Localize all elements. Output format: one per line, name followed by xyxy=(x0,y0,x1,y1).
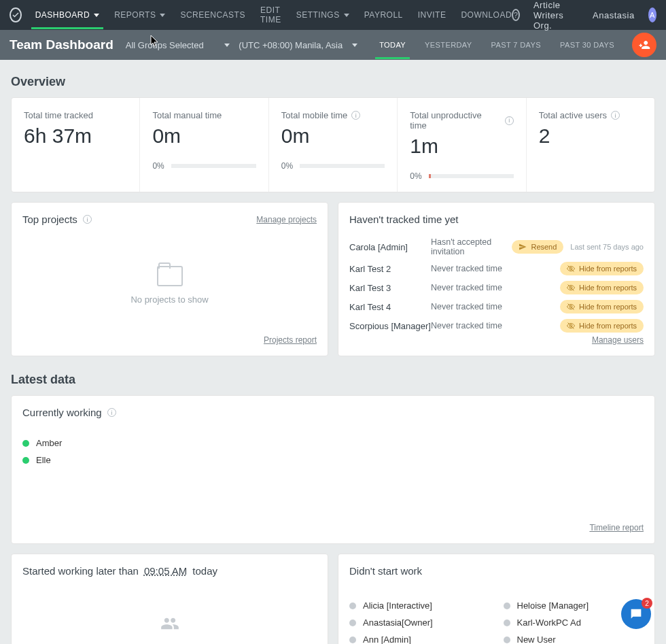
started-later-card: Started working later than 09:05 AM toda… xyxy=(11,554,328,644)
subbar: Team Dashboard All Groups Selected (UTC … xyxy=(0,30,666,60)
top-projects-title: Top projects xyxy=(22,214,77,225)
nav-download[interactable]: DOWNLOAD xyxy=(461,1,512,29)
nav-reports[interactable]: REPORTS xyxy=(114,1,165,29)
chevron-down-icon xyxy=(160,14,165,17)
hide-from-reports-button[interactable]: Hide from reports xyxy=(560,300,644,313)
stat-tracked: Total time tracked 6h 37m xyxy=(12,98,140,192)
nt-name: Scorpious [Manager] xyxy=(349,321,431,331)
timezone-label: (UTC +08:00) Manila, Asia xyxy=(239,40,343,50)
stat-manual-label: Total manual time xyxy=(152,110,256,120)
status-dot-icon xyxy=(349,620,356,626)
eye-off-icon xyxy=(567,322,575,330)
range-past7[interactable]: PAST 7 DAYS xyxy=(487,31,545,59)
didnt-start-user: New User xyxy=(504,631,644,644)
avatar[interactable]: A xyxy=(648,7,656,22)
chat-button[interactable]: 2 xyxy=(621,599,651,629)
nav-settings[interactable]: SETTINGS xyxy=(296,1,349,29)
not-tracked-row: Carola [Admin]Hasn't accepted invitation… xyxy=(349,235,644,259)
hide-from-reports-button[interactable]: Hide from reports xyxy=(560,319,644,333)
stats-row: Total time tracked 6h 37m Total manual t… xyxy=(11,97,655,192)
info-icon[interactable]: i xyxy=(107,408,116,417)
info-icon[interactable]: i xyxy=(351,111,360,120)
add-user-button[interactable] xyxy=(632,33,656,57)
info-icon[interactable]: i xyxy=(83,215,92,224)
stat-manual: Total manual time 0m 0% xyxy=(140,98,268,192)
not-tracked-card: Haven't tracked time yet Carola [Admin]H… xyxy=(338,202,655,356)
nav-edit-time[interactable]: EDIT TIME xyxy=(260,0,281,34)
stat-unproductive: Total unproductive timei 1m 0% xyxy=(398,98,526,192)
pill-label: Hide from reports xyxy=(579,322,637,330)
info-icon[interactable]: i xyxy=(611,111,620,120)
people-icon xyxy=(158,614,182,636)
chevron-down-icon xyxy=(352,44,357,47)
chevron-down-icon xyxy=(224,44,230,47)
top-projects-card: Top projectsi Manage projects No project… xyxy=(11,202,328,356)
pill-label: Hide from reports xyxy=(579,265,637,273)
nav-dashboard-label: DASHBOARD xyxy=(35,10,90,20)
manage-users-link[interactable]: Manage users xyxy=(592,335,644,345)
hide-from-reports-button[interactable]: Hide from reports xyxy=(560,281,644,294)
range-yesterday-label: YESTERDAY xyxy=(425,41,472,49)
help-icon[interactable]: ? xyxy=(512,9,520,21)
manage-projects-link[interactable]: Manage projects xyxy=(256,215,317,224)
currently-working-card: Currently workingi AmberElle Timeline re… xyxy=(11,395,655,544)
nav-reports-label: REPORTS xyxy=(114,10,156,20)
projects-report-link[interactable]: Projects report xyxy=(264,335,317,345)
top-nav: DASHBOARD REPORTS SCREENCASTS EDIT TIME … xyxy=(35,0,512,34)
status-dot-icon xyxy=(504,603,510,609)
range-past30[interactable]: PAST 30 DAYS xyxy=(556,31,618,59)
stat-active: Total active usersi 2 xyxy=(527,98,654,192)
didnt-start-user: Ann [Admin] xyxy=(349,631,490,644)
nav-screencasts[interactable]: SCREENCASTS xyxy=(180,1,245,29)
stat-mobile-value: 0m xyxy=(281,124,385,148)
topbar: DASHBOARD REPORTS SCREENCASTS EDIT TIME … xyxy=(0,0,666,30)
stat-tracked-label: Total time tracked xyxy=(24,110,127,120)
status-dot-icon xyxy=(349,637,356,643)
info-icon[interactable]: i xyxy=(505,116,514,125)
range-today[interactable]: TODAY xyxy=(375,31,410,59)
eye-off-icon xyxy=(567,284,575,292)
nav-invite-label: INVITE xyxy=(418,10,446,20)
chevron-down-icon xyxy=(94,14,99,17)
started-later-suffix: today xyxy=(192,565,217,577)
nav-dashboard[interactable]: DASHBOARD xyxy=(35,1,100,29)
timezone-selector[interactable]: (UTC +08:00) Manila, Asia xyxy=(239,40,357,50)
nt-name: Carola [Admin] xyxy=(349,242,431,252)
group-selector[interactable]: All Groups Selected xyxy=(126,40,230,50)
nav-edit-time-label: EDIT TIME xyxy=(260,5,281,24)
range-yesterday[interactable]: YESTERDAY xyxy=(421,31,476,59)
status-dot-icon xyxy=(22,440,29,447)
timeline-report-link[interactable]: Timeline report xyxy=(589,523,644,532)
date-range-tabs: TODAY YESTERDAY PAST 7 DAYS PAST 30 DAYS xyxy=(375,31,618,59)
nav-payroll-label: PAYROLL xyxy=(364,10,403,20)
stat-active-value: 2 xyxy=(539,124,642,148)
resend-button[interactable]: Resend xyxy=(512,240,563,254)
avatar-initial: A xyxy=(650,11,655,19)
not-tracked-list: Carola [Admin]Hasn't accepted invitation… xyxy=(349,235,644,335)
folder-icon xyxy=(157,266,183,286)
stat-manual-pct: 0% xyxy=(152,161,164,171)
nav-invite[interactable]: INVITE xyxy=(418,1,446,29)
hide-from-reports-button[interactable]: Hide from reports xyxy=(560,262,644,275)
overview-title: Overview xyxy=(11,75,655,89)
status-dot-icon xyxy=(22,457,29,464)
pill-label: Hide from reports xyxy=(579,284,637,292)
stat-tracked-value: 6h 37m xyxy=(24,124,127,148)
bar-fill xyxy=(429,174,432,178)
started-later-time[interactable]: 09:05 AM xyxy=(144,565,187,577)
didnt-start-title: Didn't start work xyxy=(349,565,422,577)
user-name[interactable]: Anastasia xyxy=(593,10,635,20)
logo-icon xyxy=(10,7,22,22)
nav-payroll[interactable]: PAYROLL xyxy=(364,1,403,29)
org-name[interactable]: Article Writers Org. xyxy=(533,0,579,31)
didnt-start-user-name: Alicia [Interactive] xyxy=(363,600,432,611)
started-later-title: Started working later than 09:05 AM toda… xyxy=(22,565,217,577)
nt-status: Never tracked time xyxy=(431,321,560,331)
range-past7-label: PAST 7 DAYS xyxy=(491,41,541,49)
stat-mobile-label: Total mobile time xyxy=(281,110,348,120)
nav-settings-label: SETTINGS xyxy=(296,10,340,20)
not-tracked-title: Haven't tracked time yet xyxy=(349,214,458,225)
working-user-name: Amber xyxy=(36,438,62,448)
didnt-start-user-name: New User xyxy=(517,634,556,644)
started-later-prefix: Started working later than xyxy=(22,565,139,577)
